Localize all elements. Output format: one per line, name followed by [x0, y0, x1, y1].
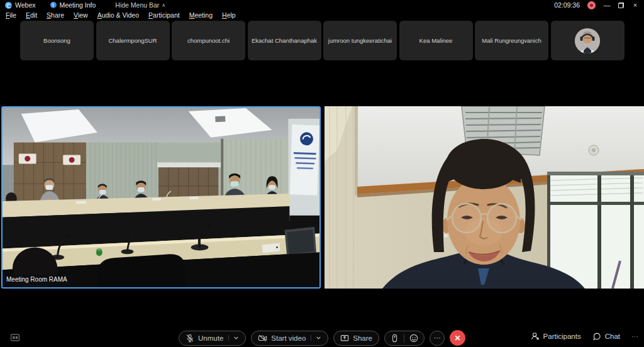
video-feed-meeting-room[interactable]: Meeting Room RAMA [1, 106, 321, 289]
menu-file[interactable]: File [6, 11, 16, 19]
participant-tile-4[interactable]: Ekachat Chanthanaphak [248, 21, 321, 60]
video-name-label: Meeting Room RAMA [3, 275, 73, 285]
meeting-info-label[interactable]: Meeting Info [60, 1, 96, 9]
close-x-icon: ✕ [454, 334, 460, 342]
chevron-down-icon [316, 335, 321, 341]
reactions-smiley-icon[interactable] [409, 334, 418, 343]
meeting-timer: 02:09:36 [554, 1, 580, 9]
meeting-room-scene [3, 107, 319, 287]
menu-audio-video[interactable]: Audio & Video [97, 11, 139, 19]
participants-icon [531, 332, 540, 341]
control-bar: Unmute Start video [0, 328, 644, 347]
app-name: Webex [15, 1, 36, 9]
participants-panel-button[interactable]: Participants [531, 332, 581, 341]
participant-tile-6[interactable]: Kea Malinee [399, 21, 473, 60]
mic-muted-icon [186, 334, 194, 343]
menu-meeting[interactable]: Meeting [189, 11, 213, 19]
webex-logo-icon [5, 2, 12, 9]
chevron-up-icon: ∧ [162, 3, 165, 8]
webex-meeting-window: Webex Meeting Info Hide Menu Bar ∧ 02:09… [0, 0, 644, 347]
menu-help[interactable]: Help [222, 11, 236, 19]
menu-bar: File Edit Share View Audio & Video Parti… [0, 10, 644, 19]
leave-meeting-button[interactable]: ✕ [450, 330, 465, 346]
app-identity: Webex Meeting Info Hide Menu Bar ∧ [5, 1, 165, 9]
recorder-icon[interactable] [391, 334, 399, 343]
unmute-button[interactable]: Unmute [179, 331, 246, 346]
hide-menu-bar-button[interactable]: Hide Menu Bar ∧ [115, 1, 165, 9]
start-video-button[interactable]: Start video [251, 331, 328, 346]
avatar [575, 28, 600, 53]
avatar-man-headphones [575, 28, 600, 53]
chevron-down-icon [233, 335, 239, 341]
camera-off-icon [258, 334, 267, 343]
menu-edit[interactable]: Edit [26, 11, 37, 19]
chat-bubble-icon [592, 332, 601, 341]
more-options-button[interactable]: ⋯ [430, 331, 445, 346]
layout-icon[interactable] [10, 333, 20, 343]
participant-tile-3[interactable]: chompunoot.chi [172, 21, 245, 60]
recording-indicator[interactable] [587, 1, 596, 9]
minimize-button[interactable]: — [603, 2, 611, 9]
video-options-chevron[interactable] [311, 335, 321, 341]
participant-tile-2[interactable]: ChalermpongSUR [96, 21, 170, 60]
more-panels-icon[interactable]: ⋯ [631, 333, 639, 341]
title-bar: Webex Meeting Info Hide Menu Bar ∧ 02:09… [0, 0, 644, 10]
restore-button[interactable] [618, 3, 624, 8]
menu-view[interactable]: View [74, 11, 88, 19]
participant-tile-1[interactable]: Boonsong [20, 21, 94, 60]
more-options-icon: ⋯ [433, 334, 440, 342]
video-feed-speaker[interactable] [325, 106, 644, 289]
chat-panel-button[interactable]: Chat [592, 332, 620, 341]
share-screen-icon [340, 334, 349, 343]
unmute-options-chevron[interactable] [228, 335, 239, 341]
participant-tile-8[interactable] [551, 21, 625, 60]
recorder-reactions-group [384, 331, 425, 346]
menu-participant[interactable]: Participant [148, 11, 180, 19]
menu-share[interactable]: Share [47, 11, 64, 19]
participant-tile-5[interactable]: jumroon tungkeeratichai [323, 21, 397, 60]
speaker-portrait-scene [325, 106, 644, 289]
share-button[interactable]: Share [333, 331, 379, 346]
close-button[interactable]: × [631, 2, 639, 9]
participant-tile-7[interactable]: Mali Rungreungvanich [475, 21, 548, 60]
meeting-info-icon[interactable] [50, 2, 57, 8]
participant-filmstrip: Boonsong ChalermpongSUR chompunoot.chi E… [20, 21, 625, 60]
